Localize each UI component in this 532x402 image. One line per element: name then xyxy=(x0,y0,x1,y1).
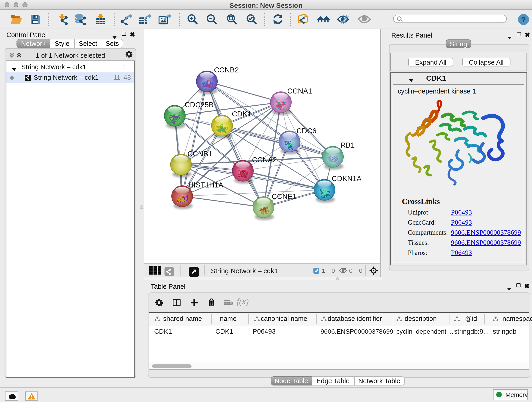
svg-text:CCNA2: CCNA2 xyxy=(252,156,277,164)
svg-text:CCNE1: CCNE1 xyxy=(272,192,297,201)
svg-text:CDC25B: CDC25B xyxy=(185,101,214,109)
svg-text:CDC6: CDC6 xyxy=(297,127,317,135)
svg-text:HIST1H1A: HIST1H1A xyxy=(188,181,224,189)
svg-text:RB1: RB1 xyxy=(341,141,355,149)
svg-text:CCNB2: CCNB2 xyxy=(214,66,239,74)
svg-text:CDKN1A: CDKN1A xyxy=(332,174,361,183)
svg-text:CCNB1: CCNB1 xyxy=(187,150,212,158)
svg-text:CCNA1: CCNA1 xyxy=(287,87,312,95)
svg-text:CDK1: CDK1 xyxy=(232,110,251,118)
svg-text:?: ? xyxy=(521,15,526,24)
